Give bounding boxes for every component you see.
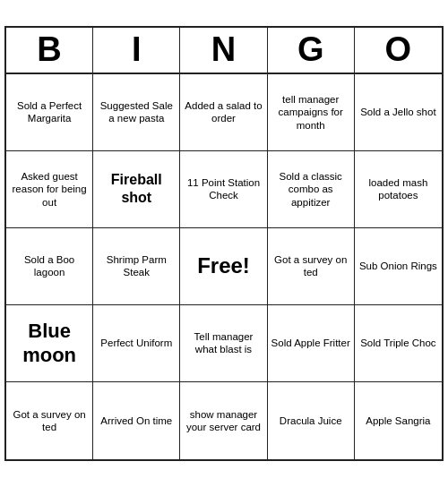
bingo-cell-3[interactable]: tell manager campaigns for month <box>268 74 355 151</box>
bingo-letter-n: N <box>180 28 267 73</box>
bingo-cell-16[interactable]: Perfect Uniform <box>93 305 180 382</box>
bingo-cell-14[interactable]: Sub Onion Rings <box>355 228 442 305</box>
bingo-cell-15[interactable]: Blue moon <box>6 305 93 382</box>
bingo-cell-13[interactable]: Got a survey on ted <box>268 228 355 305</box>
bingo-letter-o: O <box>355 28 442 73</box>
bingo-cell-2[interactable]: Added a salad to order <box>180 74 267 151</box>
bingo-cell-7[interactable]: 11 Point Station Check <box>180 151 267 228</box>
bingo-cell-21[interactable]: Arrived On time <box>93 382 180 459</box>
bingo-cell-5[interactable]: Asked guest reason for being out <box>6 151 93 228</box>
bingo-letter-b: B <box>6 28 93 73</box>
bingo-cell-6[interactable]: Fireball shot <box>93 151 180 228</box>
bingo-cell-0[interactable]: Sold a Perfect Margarita <box>6 74 93 151</box>
bingo-header: BINGO <box>6 28 442 74</box>
bingo-cell-10[interactable]: Sold a Boo lagoon <box>6 228 93 305</box>
bingo-cell-24[interactable]: Apple Sangria <box>355 382 442 459</box>
bingo-cell-4[interactable]: Sold a Jello shot <box>355 74 442 151</box>
bingo-letter-g: G <box>268 28 355 73</box>
bingo-cell-9[interactable]: loaded mash potatoes <box>355 151 442 228</box>
bingo-cell-20[interactable]: Got a survey on ted <box>6 382 93 459</box>
bingo-cell-8[interactable]: Sold a classic combo as appitizer <box>268 151 355 228</box>
bingo-cell-12[interactable]: Free! <box>180 228 267 305</box>
bingo-letter-i: I <box>93 28 180 73</box>
bingo-cell-19[interactable]: Sold Triple Choc <box>355 305 442 382</box>
bingo-cell-1[interactable]: Suggested Sale a new pasta <box>93 74 180 151</box>
bingo-grid: Sold a Perfect MargaritaSuggested Sale a… <box>6 74 442 459</box>
bingo-cell-17[interactable]: Tell manager what blast is <box>180 305 267 382</box>
bingo-card: BINGO Sold a Perfect MargaritaSuggested … <box>4 26 444 461</box>
bingo-cell-11[interactable]: Shrimp Parm Steak <box>93 228 180 305</box>
bingo-cell-23[interactable]: Dracula Juice <box>268 382 355 459</box>
bingo-cell-22[interactable]: show manager your server card <box>180 382 267 459</box>
bingo-cell-18[interactable]: Sold Apple Fritter <box>268 305 355 382</box>
